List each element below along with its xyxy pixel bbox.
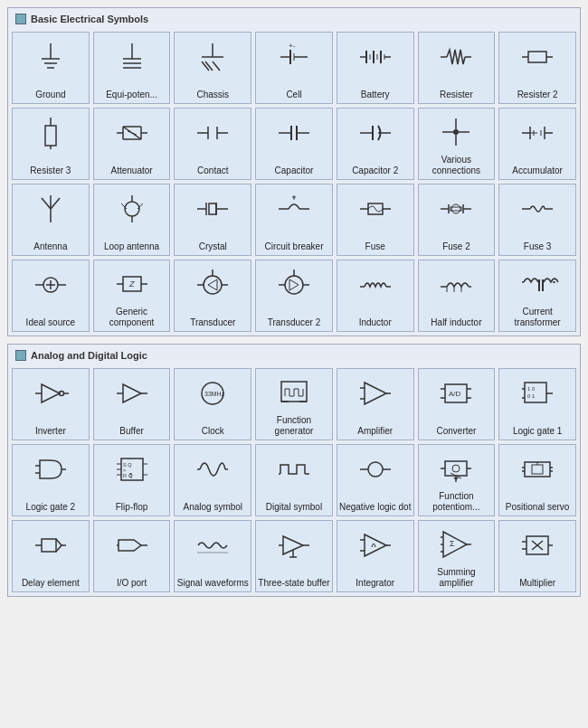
symbol-ground-label: Ground — [35, 80, 65, 100]
symbol-generic-component-label: Generic component — [96, 307, 168, 328]
symbol-fuse3[interactable]: Fuse 3 — [498, 184, 576, 256]
svg-marker-180 — [453, 477, 459, 480]
svg-point-179 — [452, 465, 460, 472]
symbol-current-transformer[interactable]: Current transformer — [498, 260, 576, 332]
symbol-resister-label: Resister — [440, 80, 473, 100]
symbol-antenna[interactable]: Antenna — [12, 184, 90, 256]
symbol-ideal-source[interactable]: Ideal source — [12, 260, 90, 332]
symbol-multiplier[interactable]: Multiplier — [498, 520, 576, 592]
svg-rect-186 — [532, 465, 543, 474]
symbol-flip-flop-label: Flip-flop — [116, 493, 148, 513]
symbol-equi-poten-label: Equi-poten... — [106, 80, 157, 100]
symbol-amplifier-label: Amplifier — [357, 417, 393, 437]
basic-electrical-header: Basic Electrical Symbols — [12, 12, 576, 26]
symbol-transducer-label: Transducer — [190, 308, 235, 328]
symbol-accumulator[interactable]: Accumulator — [498, 108, 576, 180]
symbol-various-connections[interactable]: Various connections — [418, 108, 496, 180]
symbol-attenuator[interactable]: Attenuator — [93, 108, 171, 180]
symbol-loop-antenna-label: Loop antenna — [104, 232, 159, 252]
symbol-inductor[interactable]: Inductor — [337, 260, 414, 332]
symbol-logic-gate2[interactable]: Logic gate 2 — [12, 444, 90, 516]
symbol-various-connections-label: Various connections — [421, 155, 493, 176]
symbol-digital-symbol[interactable]: Digital symbol — [255, 444, 333, 516]
symbol-io-port[interactable]: I/O port — [93, 520, 171, 592]
symbol-summing-amplifier[interactable]: Σ Summing amplifier — [418, 520, 496, 592]
symbol-flip-flop[interactable]: S Q > R Q̄ Flip-flop — [93, 444, 171, 516]
symbol-capacitor[interactable]: Capacitor — [255, 108, 333, 180]
symbol-ground[interactable]: Ground — [12, 32, 90, 104]
symbol-converter[interactable]: A/D Converter — [418, 368, 496, 440]
symbol-battery-label: Battery — [361, 80, 390, 100]
symbol-buffer-label: Buffer — [119, 417, 144, 437]
symbol-resister2[interactable]: Resister 2 — [498, 32, 576, 104]
symbol-transducer[interactable]: Transducer — [174, 260, 251, 332]
symbol-half-inductor[interactable]: Half inductor — [418, 260, 496, 332]
symbol-antenna-label: Antenna — [33, 232, 67, 252]
section-icon-2 — [15, 350, 26, 361]
symbol-inverter[interactable]: Inverter — [12, 368, 90, 440]
svg-marker-191 — [119, 540, 141, 551]
svg-rect-30 — [528, 52, 546, 62]
svg-text:R  Q̄: R Q̄ — [123, 473, 133, 478]
svg-rect-189 — [42, 539, 56, 552]
analog-digital-header: Analog and Digital Logic — [12, 348, 576, 363]
symbol-fuse3-label: Fuse 3 — [524, 232, 552, 252]
symbol-loop-antenna[interactable]: Loop antenna — [93, 184, 171, 256]
symbol-logic-gate2-label: Logic gate 2 — [26, 493, 76, 513]
symbol-resister3[interactable]: Resister 3 — [12, 108, 90, 180]
svg-line-10 — [205, 61, 213, 71]
symbol-delay-element[interactable]: Delay element — [12, 520, 90, 592]
symbol-cell-label: Cell — [286, 80, 301, 100]
svg-point-128 — [59, 392, 63, 396]
symbol-generic-component[interactable]: Z Generic component — [93, 260, 171, 332]
symbol-integrator[interactable]: Integrator — [337, 520, 414, 592]
svg-text:1  0: 1 0 — [527, 386, 536, 392]
symbol-fuse2[interactable]: Fuse 2 — [418, 184, 496, 256]
symbol-logic-gate1[interactable]: 1 0 0 1 Logic gate 1 — [498, 368, 576, 440]
symbol-amplifier[interactable]: Amplifier — [337, 368, 414, 440]
symbol-crystal[interactable]: Crystal — [174, 184, 251, 256]
symbol-circuit-breaker[interactable]: Circuit breaker — [255, 184, 333, 256]
symbol-digital-symbol-label: Digital symbol — [266, 493, 322, 513]
section-icon — [15, 14, 26, 24]
svg-marker-127 — [42, 384, 60, 402]
symbol-contact[interactable]: Contact — [174, 108, 251, 180]
symbol-fuse-label: Fuse — [365, 232, 385, 252]
symbol-equi-poten[interactable]: Equi-poten... — [93, 32, 171, 104]
symbol-accumulator-label: Accumulator — [512, 156, 563, 176]
svg-point-109 — [285, 276, 303, 294]
analog-digital-section: Analog and Digital Logic Inverter — [7, 344, 581, 597]
symbol-summing-amplifier-label: Summing amplifier — [421, 567, 493, 589]
symbol-function-generator-label: Function generator — [258, 415, 330, 437]
svg-text:Z: Z — [128, 279, 135, 288]
svg-point-104 — [204, 276, 222, 294]
symbol-buffer[interactable]: Buffer — [93, 368, 171, 440]
symbol-positional-servo[interactable]: Positional servo — [498, 444, 576, 516]
svg-rect-33 — [45, 126, 56, 146]
symbol-three-state-buffer-label: Three-state buffer — [258, 569, 329, 589]
symbol-function-potentiom[interactable]: Function potentiom... — [418, 444, 496, 516]
svg-line-42 — [128, 131, 137, 135]
symbol-circuit-breaker-label: Circuit breaker — [264, 232, 323, 252]
symbol-resister3-label: Resister 3 — [30, 156, 71, 176]
svg-point-171 — [368, 462, 383, 477]
symbol-capacitor2[interactable]: Capacitor 2 — [337, 108, 414, 180]
symbol-analog-symbol[interactable]: Analog symbol — [174, 444, 251, 516]
svg-marker-200 — [365, 534, 386, 556]
symbol-capacitor2-label: Capacitor 2 — [352, 156, 398, 176]
symbol-clock[interactable]: 33MHz Clock — [174, 368, 251, 440]
symbol-fuse[interactable]: Fuse — [337, 184, 414, 256]
symbol-cell[interactable]: + - Cell — [255, 32, 333, 104]
symbol-half-inductor-label: Half inductor — [431, 308, 481, 328]
symbol-chassis[interactable]: Chassis — [174, 32, 251, 104]
symbol-negative-logic-dot[interactable]: Negative logic dot — [337, 444, 414, 516]
symbol-battery[interactable]: Battery — [337, 32, 414, 104]
symbol-negative-logic-dot-label: Negative logic dot — [339, 493, 412, 513]
symbol-analog-symbol-label: Analog symbol — [183, 493, 242, 513]
symbol-resister[interactable]: Resister — [418, 32, 496, 104]
symbol-three-state-buffer[interactable]: Three-state buffer — [255, 520, 333, 592]
symbol-capacitor-label: Capacitor — [275, 156, 314, 176]
symbol-transducer2[interactable]: Transducer 2 — [255, 260, 333, 332]
symbol-function-generator[interactable]: Function generator — [255, 368, 333, 440]
symbol-signal-waveforms[interactable]: Signal waveforms — [174, 520, 251, 592]
